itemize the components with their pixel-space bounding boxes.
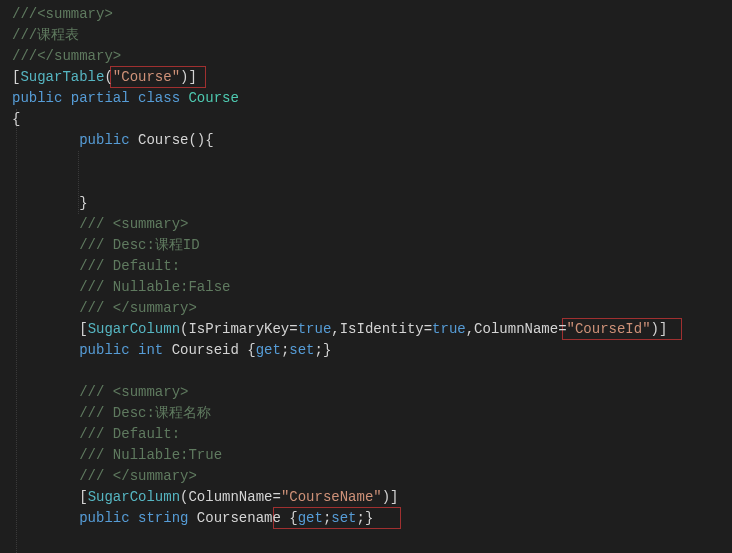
class-declaration: public partial class Course (12, 88, 732, 109)
attribute-line: [SugarColumn(IsPrimaryKey=true,IsIdentit… (12, 319, 732, 340)
comment-line: ///<summary> (12, 6, 113, 22)
comment-line: /// <summary> (79, 216, 188, 232)
comment-line: /// </summary> (79, 468, 197, 484)
comment-line: /// Desc:课程名称 (79, 405, 211, 421)
attribute-line: [SugarColumn(ColumnName="CourseName")] (12, 487, 732, 508)
property-declaration: public string Coursename {get;set;} (12, 508, 732, 529)
comment-line: /// </summary> (79, 300, 197, 316)
comment-line: /// Nullable:False (79, 279, 230, 295)
comment-line: ///</summary> (12, 48, 121, 64)
comment-line: /// Desc:课程ID (79, 237, 199, 253)
brace-open: { (12, 111, 20, 127)
attribute-line: [SugarTable("Course")] (12, 67, 732, 88)
comment-line: /// Default: (79, 258, 180, 274)
comment-line: /// <summary> (79, 384, 188, 400)
comment-line: /// Nullable:True (79, 447, 222, 463)
property-declaration: public int Courseid {get;set;} (12, 340, 732, 361)
brace-close: } (79, 195, 87, 211)
comment-line: ///课程表 (12, 27, 79, 43)
constructor: public Course(){ (12, 130, 732, 151)
code-editor: ///<summary> ///课程表 ///</summary> [Sugar… (12, 4, 732, 529)
comment-line: /// Default: (79, 426, 180, 442)
